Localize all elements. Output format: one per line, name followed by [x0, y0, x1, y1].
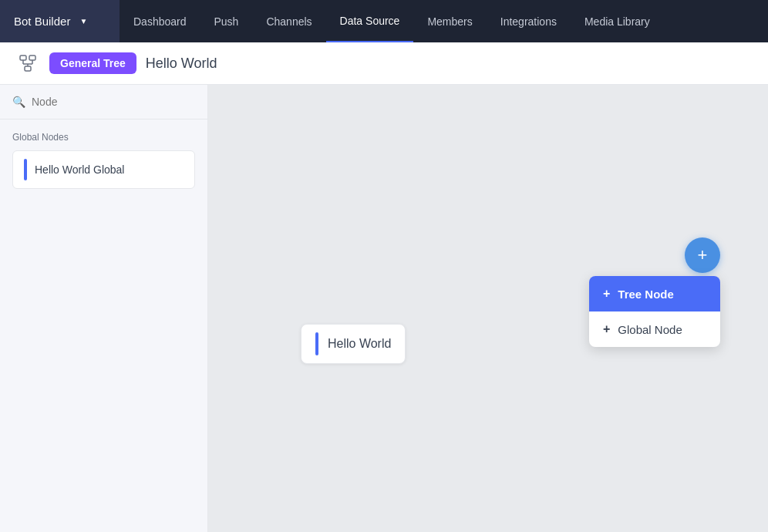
nav-item-integrations[interactable]: Integrations — [487, 0, 571, 42]
bot-builder-button[interactable]: Bot Builder ▼ — [0, 0, 120, 42]
search-input[interactable] — [32, 96, 195, 108]
search-area: 🔍 — [0, 85, 207, 120]
global-node-item-label: Hello World Global — [35, 163, 124, 176]
svg-rect-0 — [20, 56, 26, 60]
chevron-down-icon: ▼ — [79, 17, 87, 25]
flow-icon — [15, 51, 40, 76]
global-node-menu-label: Global Node — [618, 323, 682, 336]
nav-item-dashboard[interactable]: Dashboard — [120, 0, 200, 42]
global-node-item[interactable]: Hello World Global — [12, 150, 195, 189]
main-area: 🔍 Global Nodes Hello World Global Hello … — [0, 85, 768, 532]
fab-add-button[interactable]: + — [685, 237, 720, 273]
breadcrumb-bar: General Tree Hello World — [0, 42, 768, 85]
general-tree-badge[interactable]: General Tree — [49, 52, 136, 74]
global-nodes-section: Global Nodes Hello World Global — [0, 120, 207, 198]
tree-node-card[interactable]: Hello World — [301, 324, 406, 364]
add-tree-node-item[interactable]: + Tree Node — [589, 276, 720, 311]
fab-plus-icon: + — [698, 245, 708, 265]
tree-node-left-bar — [315, 332, 318, 355]
global-node-plus-icon: + — [603, 322, 610, 336]
left-panel: 🔍 Global Nodes Hello World Global — [0, 85, 208, 532]
add-global-node-item[interactable]: + Global Node — [589, 311, 720, 347]
svg-rect-2 — [25, 66, 31, 71]
top-nav: Bot Builder ▼ Dashboard Push Channels Da… — [0, 0, 768, 42]
tree-node-plus-icon: + — [603, 287, 610, 301]
global-nodes-label: Global Nodes — [12, 132, 195, 143]
nav-item-media-library[interactable]: Media Library — [571, 0, 664, 42]
nav-item-data-source[interactable]: Data Source — [326, 0, 414, 42]
nav-items: Dashboard Push Channels Data Source Memb… — [120, 0, 768, 42]
nav-item-channels[interactable]: Channels — [252, 0, 325, 42]
dropdown-menu: + Tree Node + Global Node — [589, 276, 720, 347]
svg-rect-1 — [29, 56, 35, 60]
canvas-area: Hello World + + Tree Node + Global Node — [208, 85, 768, 532]
bot-builder-label: Bot Builder — [14, 15, 70, 28]
nav-item-push[interactable]: Push — [200, 0, 253, 42]
search-icon: 🔍 — [12, 96, 25, 108]
tree-node-menu-label: Tree Node — [618, 288, 674, 301]
global-node-left-bar — [24, 159, 27, 180]
nav-item-members[interactable]: Members — [413, 0, 486, 42]
breadcrumb-title: Hello World — [146, 56, 217, 72]
tree-node-label: Hello World — [328, 337, 391, 351]
